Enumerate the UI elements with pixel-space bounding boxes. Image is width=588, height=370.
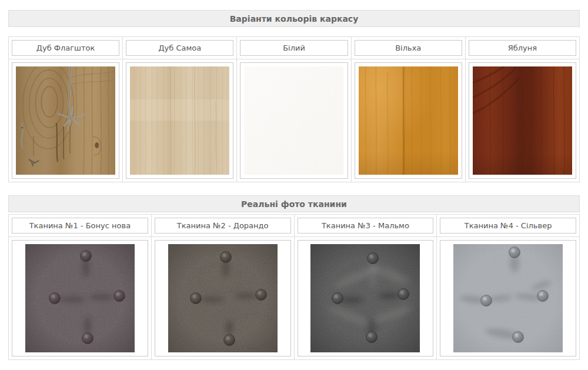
color-options-page: Варіанти кольорів каркасу Дуб Флагшток [0,0,588,360]
silver-fabric-image [453,244,563,352]
fabric-swatch-malmo: Тканина №3 - Мальмо [295,215,437,359]
fabric-swatch-dorando: Тканина №2 - Дорандо [152,215,295,359]
fabric-photos-section: Реальні фото тканини Тканина №1 - Бонус … [8,195,580,360]
fabric-swatch-bonus-nova: Тканина №1 - Бонус нова [9,215,152,359]
frame-swatch-white: Білий [237,37,351,182]
malmo-fabric-image [310,244,420,352]
apple-texture-image [473,66,572,175]
swatch-label: Вільха [355,40,462,56]
fabric-photos-header: Реальні фото тканини [8,195,580,212]
frame-colors-table: Дуб Флагшток [8,36,580,182]
swatch-label: Тканина №3 - Мальмо [298,218,434,234]
oak-flagstaff-texture-image [16,66,115,175]
bonus-nova-fabric-image [25,244,135,352]
swatch-label: Тканина №4 - Сільвер [440,218,576,234]
fabric-photos-table: Тканина №1 - Бонус нова [8,214,580,360]
frame-swatch-apple: Яблуня [466,37,579,182]
fabric-photos-title: Реальні фото тканини [241,199,347,209]
alder-texture-image [359,66,458,175]
swatch-label: Тканина №1 - Бонус нова [12,218,148,234]
swatch-label: Білий [240,40,348,56]
frame-colors-section: Варіанти кольорів каркасу Дуб Флагшток [8,10,580,182]
swatch-label: Тканина №2 - Дорандо [155,218,291,234]
white-texture-image [244,66,343,175]
frame-colors-title: Варіанти кольорів каркасу [230,14,359,24]
frame-swatch-oak-flagstaff: Дуб Флагшток [9,37,123,182]
frame-swatch-alder: Вільха [352,37,466,182]
dorando-fabric-image [168,244,278,352]
frame-colors-header: Варіанти кольорів каркасу [8,10,580,27]
swatch-label: Дуб Флагшток [12,40,119,56]
swatch-label: Яблуня [469,40,576,56]
oak-samoa-texture-image [130,66,229,175]
swatch-label: Дуб Самоа [126,40,233,56]
frame-swatch-oak-samoa: Дуб Самоа [123,37,237,182]
fabric-swatch-silver: Тканина №4 - Сільвер [437,215,579,359]
